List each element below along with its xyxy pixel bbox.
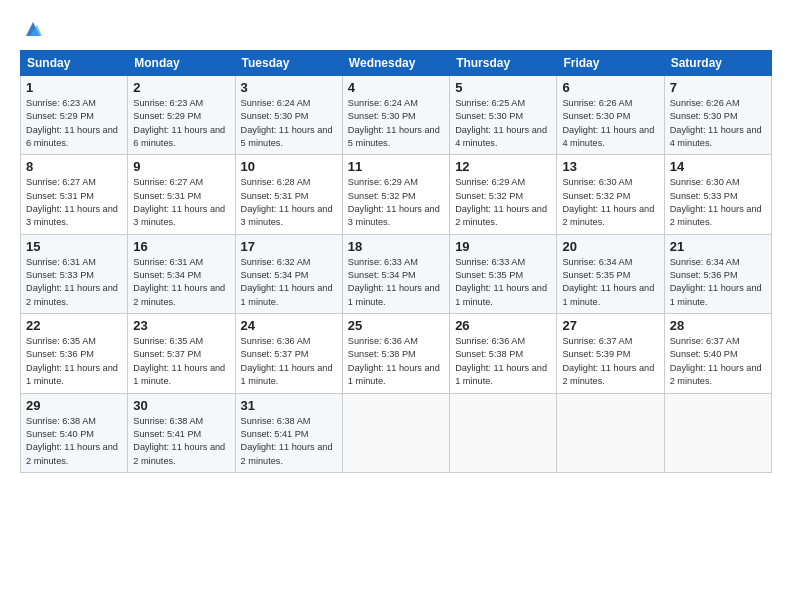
day-info: Sunrise: 6:30 AMSunset: 5:32 PMDaylight:…: [562, 176, 658, 229]
calendar-cell: 3Sunrise: 6:24 AMSunset: 5:30 PMDaylight…: [235, 76, 342, 155]
weekday-header-sunday: Sunday: [21, 51, 128, 76]
day-info: Sunrise: 6:29 AMSunset: 5:32 PMDaylight:…: [455, 176, 551, 229]
day-info: Sunrise: 6:35 AMSunset: 5:36 PMDaylight:…: [26, 335, 122, 388]
calendar-cell: 17Sunrise: 6:32 AMSunset: 5:34 PMDayligh…: [235, 234, 342, 313]
day-info: Sunrise: 6:38 AMSunset: 5:41 PMDaylight:…: [241, 415, 337, 468]
day-info: Sunrise: 6:34 AMSunset: 5:36 PMDaylight:…: [670, 256, 766, 309]
day-number: 26: [455, 318, 551, 333]
day-info: Sunrise: 6:27 AMSunset: 5:31 PMDaylight:…: [133, 176, 229, 229]
day-info: Sunrise: 6:38 AMSunset: 5:40 PMDaylight:…: [26, 415, 122, 468]
day-number: 21: [670, 239, 766, 254]
week-row-2: 8Sunrise: 6:27 AMSunset: 5:31 PMDaylight…: [21, 155, 772, 234]
calendar-cell: 14Sunrise: 6:30 AMSunset: 5:33 PMDayligh…: [664, 155, 771, 234]
day-info: Sunrise: 6:27 AMSunset: 5:31 PMDaylight:…: [26, 176, 122, 229]
day-info: Sunrise: 6:34 AMSunset: 5:35 PMDaylight:…: [562, 256, 658, 309]
day-info: Sunrise: 6:37 AMSunset: 5:39 PMDaylight:…: [562, 335, 658, 388]
weekday-header-monday: Monday: [128, 51, 235, 76]
day-number: 23: [133, 318, 229, 333]
calendar-cell: 20Sunrise: 6:34 AMSunset: 5:35 PMDayligh…: [557, 234, 664, 313]
day-number: 9: [133, 159, 229, 174]
page: SundayMondayTuesdayWednesdayThursdayFrid…: [0, 0, 792, 612]
day-info: Sunrise: 6:23 AMSunset: 5:29 PMDaylight:…: [133, 97, 229, 150]
calendar-cell: 1Sunrise: 6:23 AMSunset: 5:29 PMDaylight…: [21, 76, 128, 155]
day-info: Sunrise: 6:31 AMSunset: 5:33 PMDaylight:…: [26, 256, 122, 309]
weekday-header-thursday: Thursday: [450, 51, 557, 76]
day-number: 13: [562, 159, 658, 174]
day-info: Sunrise: 6:32 AMSunset: 5:34 PMDaylight:…: [241, 256, 337, 309]
day-info: Sunrise: 6:28 AMSunset: 5:31 PMDaylight:…: [241, 176, 337, 229]
calendar-cell: 24Sunrise: 6:36 AMSunset: 5:37 PMDayligh…: [235, 314, 342, 393]
day-number: 14: [670, 159, 766, 174]
day-number: 2: [133, 80, 229, 95]
day-info: Sunrise: 6:25 AMSunset: 5:30 PMDaylight:…: [455, 97, 551, 150]
day-info: Sunrise: 6:30 AMSunset: 5:33 PMDaylight:…: [670, 176, 766, 229]
day-number: 31: [241, 398, 337, 413]
calendar-cell: 27Sunrise: 6:37 AMSunset: 5:39 PMDayligh…: [557, 314, 664, 393]
weekday-header-saturday: Saturday: [664, 51, 771, 76]
week-row-3: 15Sunrise: 6:31 AMSunset: 5:33 PMDayligh…: [21, 234, 772, 313]
day-number: 7: [670, 80, 766, 95]
calendar-cell: 11Sunrise: 6:29 AMSunset: 5:32 PMDayligh…: [342, 155, 449, 234]
calendar-cell: 4Sunrise: 6:24 AMSunset: 5:30 PMDaylight…: [342, 76, 449, 155]
calendar-cell: 16Sunrise: 6:31 AMSunset: 5:34 PMDayligh…: [128, 234, 235, 313]
day-number: 22: [26, 318, 122, 333]
header: [20, 18, 772, 40]
day-info: Sunrise: 6:36 AMSunset: 5:38 PMDaylight:…: [455, 335, 551, 388]
weekday-header-tuesday: Tuesday: [235, 51, 342, 76]
calendar-cell: 30Sunrise: 6:38 AMSunset: 5:41 PMDayligh…: [128, 393, 235, 472]
calendar-cell: 7Sunrise: 6:26 AMSunset: 5:30 PMDaylight…: [664, 76, 771, 155]
calendar-table: SundayMondayTuesdayWednesdayThursdayFrid…: [20, 50, 772, 473]
day-info: Sunrise: 6:36 AMSunset: 5:37 PMDaylight:…: [241, 335, 337, 388]
day-number: 6: [562, 80, 658, 95]
day-number: 20: [562, 239, 658, 254]
day-number: 30: [133, 398, 229, 413]
calendar-cell: [342, 393, 449, 472]
calendar-cell: 15Sunrise: 6:31 AMSunset: 5:33 PMDayligh…: [21, 234, 128, 313]
day-number: 28: [670, 318, 766, 333]
day-number: 10: [241, 159, 337, 174]
calendar-cell: 12Sunrise: 6:29 AMSunset: 5:32 PMDayligh…: [450, 155, 557, 234]
day-info: Sunrise: 6:36 AMSunset: 5:38 PMDaylight:…: [348, 335, 444, 388]
day-number: 1: [26, 80, 122, 95]
day-number: 16: [133, 239, 229, 254]
calendar-cell: 29Sunrise: 6:38 AMSunset: 5:40 PMDayligh…: [21, 393, 128, 472]
calendar-cell: 26Sunrise: 6:36 AMSunset: 5:38 PMDayligh…: [450, 314, 557, 393]
day-info: Sunrise: 6:38 AMSunset: 5:41 PMDaylight:…: [133, 415, 229, 468]
logo-icon: [22, 18, 44, 40]
day-number: 5: [455, 80, 551, 95]
day-number: 8: [26, 159, 122, 174]
calendar-cell: 18Sunrise: 6:33 AMSunset: 5:34 PMDayligh…: [342, 234, 449, 313]
week-row-4: 22Sunrise: 6:35 AMSunset: 5:36 PMDayligh…: [21, 314, 772, 393]
day-number: 4: [348, 80, 444, 95]
calendar-cell: 8Sunrise: 6:27 AMSunset: 5:31 PMDaylight…: [21, 155, 128, 234]
calendar-cell: [557, 393, 664, 472]
weekday-header-wednesday: Wednesday: [342, 51, 449, 76]
day-number: 27: [562, 318, 658, 333]
day-number: 15: [26, 239, 122, 254]
day-number: 18: [348, 239, 444, 254]
week-row-5: 29Sunrise: 6:38 AMSunset: 5:40 PMDayligh…: [21, 393, 772, 472]
day-number: 29: [26, 398, 122, 413]
day-info: Sunrise: 6:33 AMSunset: 5:35 PMDaylight:…: [455, 256, 551, 309]
weekday-header-friday: Friday: [557, 51, 664, 76]
calendar-cell: 10Sunrise: 6:28 AMSunset: 5:31 PMDayligh…: [235, 155, 342, 234]
day-number: 11: [348, 159, 444, 174]
day-info: Sunrise: 6:31 AMSunset: 5:34 PMDaylight:…: [133, 256, 229, 309]
calendar-cell: 23Sunrise: 6:35 AMSunset: 5:37 PMDayligh…: [128, 314, 235, 393]
day-info: Sunrise: 6:29 AMSunset: 5:32 PMDaylight:…: [348, 176, 444, 229]
logo: [20, 18, 44, 40]
calendar-cell: [664, 393, 771, 472]
calendar-cell: 25Sunrise: 6:36 AMSunset: 5:38 PMDayligh…: [342, 314, 449, 393]
calendar-cell: 19Sunrise: 6:33 AMSunset: 5:35 PMDayligh…: [450, 234, 557, 313]
day-number: 17: [241, 239, 337, 254]
calendar-cell: 5Sunrise: 6:25 AMSunset: 5:30 PMDaylight…: [450, 76, 557, 155]
day-number: 12: [455, 159, 551, 174]
calendar-cell: 28Sunrise: 6:37 AMSunset: 5:40 PMDayligh…: [664, 314, 771, 393]
day-number: 25: [348, 318, 444, 333]
day-number: 24: [241, 318, 337, 333]
day-number: 19: [455, 239, 551, 254]
day-info: Sunrise: 6:24 AMSunset: 5:30 PMDaylight:…: [241, 97, 337, 150]
calendar-cell: 21Sunrise: 6:34 AMSunset: 5:36 PMDayligh…: [664, 234, 771, 313]
calendar-cell: 22Sunrise: 6:35 AMSunset: 5:36 PMDayligh…: [21, 314, 128, 393]
week-row-1: 1Sunrise: 6:23 AMSunset: 5:29 PMDaylight…: [21, 76, 772, 155]
